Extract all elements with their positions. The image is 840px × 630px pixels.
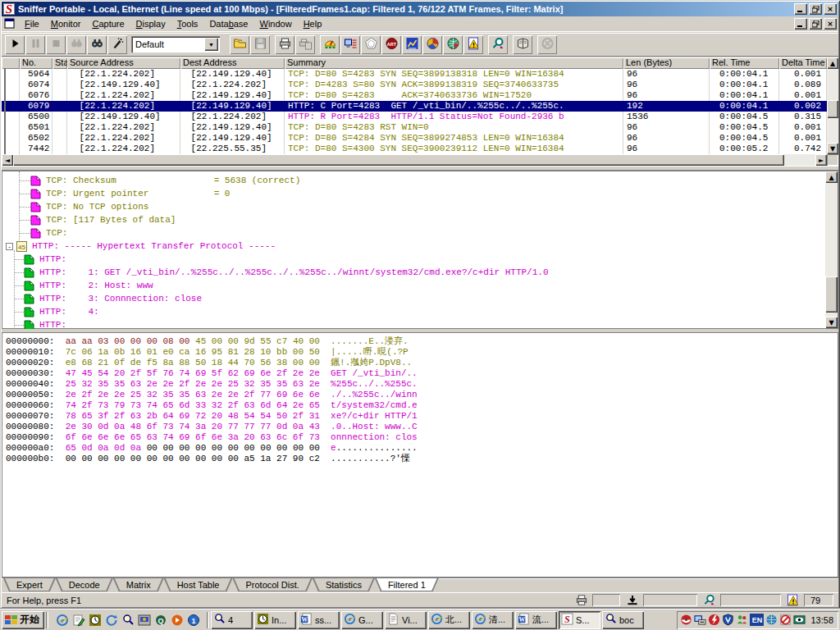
- child-window-icon[interactable]: [4, 18, 17, 30]
- column-header-no-[interactable]: No.: [20, 57, 52, 69]
- profile-select[interactable]: Default▼: [131, 36, 220, 52]
- row-select-cell[interactable]: [2, 133, 20, 144]
- packet-row[interactable]: 6500 [22.149.129.40] [22.1.224.202]HTTP:…: [2, 112, 827, 122]
- hex-row[interactable]: 00000000: aa aa 03 00 00 00 08 00 45 00 …: [6, 336, 838, 347]
- alarm-log-button[interactable]: [463, 35, 483, 54]
- decode-line[interactable]: HTTP: 4:: [2, 305, 823, 318]
- decode-line[interactable]: -45HTTP: ----- Hypertext Transfer Protoc…: [2, 240, 823, 253]
- task-button[interactable]: SS...: [559, 611, 600, 629]
- hex-row[interactable]: 000000b0: 00 00 00 00 00 00 00 00 00 00 …: [6, 454, 838, 464]
- row-checkbox[interactable]: [4, 80, 6, 90]
- ie-icon[interactable]: e: [55, 613, 69, 627]
- eye-icon[interactable]: [793, 614, 806, 626]
- people-icon[interactable]: [736, 614, 748, 626]
- row-checkbox[interactable]: [4, 90, 6, 101]
- scroll-right-icon[interactable]: ►: [815, 154, 827, 166]
- art-button[interactable]: ART: [381, 35, 401, 54]
- row-select-cell[interactable]: [2, 90, 20, 101]
- restore-button[interactable]: [809, 3, 822, 15]
- child-minimize-button[interactable]: [794, 18, 807, 30]
- row-select-cell[interactable]: [2, 101, 20, 112]
- globe-tray-icon[interactable]: [765, 614, 778, 626]
- packet-list-vscrollbar[interactable]: ▲ ▼: [827, 57, 838, 154]
- packet-row[interactable]: 7442 [22.1.224.202] [22.225.55.35]TCP: D…: [2, 144, 827, 154]
- tab-expert[interactable]: Expert: [3, 578, 56, 591]
- scroll-up-icon[interactable]: ▲: [827, 57, 838, 69]
- menu-database[interactable]: Database: [203, 17, 253, 30]
- decode-line[interactable]: TCP: No TCP options: [2, 200, 823, 213]
- task-button[interactable]: W流...: [515, 611, 557, 629]
- hex-row[interactable]: 000000a0: 65 0d 0a 0d 0a 00 00 00 00 00 …: [6, 443, 838, 454]
- row-checkbox[interactable]: [4, 122, 6, 133]
- tab-decode[interactable]: Decode: [56, 578, 113, 591]
- scroll-thumb[interactable]: [13, 154, 784, 166]
- decode-line[interactable]: HTTP:: [2, 253, 823, 266]
- collapse-icon[interactable]: -: [6, 243, 13, 250]
- menu-tools[interactable]: Tools: [171, 17, 204, 30]
- host-table-button[interactable]: [340, 35, 360, 54]
- decode-line[interactable]: TCP: [117 Bytes of data]: [2, 213, 823, 226]
- decode-vscrollbar[interactable]: ▲ ▼: [825, 171, 838, 328]
- row-select-cell[interactable]: [2, 80, 20, 90]
- refresh-icon[interactable]: [104, 613, 118, 627]
- scroll-thumb[interactable]: [827, 100, 838, 118]
- tab-filtered-1[interactable]: Filtered 1: [375, 578, 439, 591]
- decode-line[interactable]: HTTP: 3: Connnection: close: [2, 292, 823, 305]
- menu-window[interactable]: Window: [254, 17, 298, 30]
- tab-host-table[interactable]: Host Table: [164, 578, 233, 591]
- column-header-dest-address[interactable]: Dest Address: [180, 57, 285, 69]
- decode-line[interactable]: HTTP: 1: GET /_vti_bin/..%255c../..%255c…: [2, 266, 823, 279]
- packet-row[interactable]: 6076 [22.1.224.202] [22.149.129.40]TCP: …: [2, 90, 827, 101]
- packet-row[interactable]: 6074 [22.149.129.40] [22.1.224.202]TCP: …: [2, 80, 827, 90]
- scroll-up-icon[interactable]: ▲: [825, 171, 838, 183]
- player-icon[interactable]: [170, 613, 184, 627]
- packet-row[interactable]: 5964 [22.1.224.202] [22.149.129.40]TCP: …: [2, 69, 827, 80]
- tab-protocol-dist-[interactable]: Protocol Dist.: [232, 578, 312, 591]
- close-button[interactable]: ×: [824, 3, 837, 15]
- child-close-button[interactable]: ×: [824, 18, 837, 30]
- decode-line[interactable]: TCP:: [2, 226, 823, 240]
- minimize-button[interactable]: [794, 3, 807, 15]
- protocol-distribution-button[interactable]: [422, 35, 442, 54]
- hex-row[interactable]: 00000010: 7c 06 1a 0b 16 01 e0 ca 16 95 …: [6, 347, 838, 358]
- find-icon[interactable]: [121, 613, 135, 627]
- hex-row[interactable]: 00000060: 74 2f 73 79 73 74 65 6d 33 32 …: [6, 400, 838, 411]
- task-button[interactable]: eG...: [341, 611, 383, 629]
- coin1-icon[interactable]: 1: [186, 613, 200, 627]
- task-button[interactable]: Vi...: [385, 611, 427, 629]
- column-header-source-address[interactable]: Source Address: [67, 57, 180, 69]
- row-select-cell[interactable]: [2, 69, 20, 80]
- history-samples-button[interactable]: [402, 35, 422, 54]
- task-button[interactable]: In...: [254, 611, 296, 629]
- row-checkbox[interactable]: [4, 133, 6, 144]
- decode-line[interactable]: TCP: Checksum = 5638 (correct): [2, 174, 823, 187]
- capture-panel-button[interactable]: [488, 35, 508, 54]
- hex-row[interactable]: 00000020: e8 68 21 0f de f5 8a 88 50 18 …: [6, 358, 838, 368]
- hex-row[interactable]: 00000040: 25 32 35 35 63 2e 2e 2f 2e 2e …: [6, 379, 838, 390]
- task-button[interactable]: e北...: [428, 611, 470, 629]
- lightning-icon[interactable]: [708, 614, 720, 626]
- scroll-down-icon[interactable]: ▼: [827, 143, 838, 154]
- menu-display[interactable]: Display: [130, 17, 171, 30]
- column-header-sta[interactable]: Sta: [52, 57, 67, 69]
- scroll-down-icon[interactable]: ▼: [825, 317, 838, 328]
- clock-olive-icon[interactable]: [88, 613, 102, 627]
- media-icon[interactable]: [137, 613, 151, 627]
- tab-matrix[interactable]: Matrix: [113, 578, 164, 591]
- start-button[interactable]: 开始: [2, 611, 44, 629]
- row-checkbox[interactable]: [4, 101, 6, 112]
- row-checkbox[interactable]: [4, 144, 6, 154]
- shield-icon[interactable]: [722, 614, 734, 626]
- menu-help[interactable]: Help: [298, 17, 328, 30]
- packet-row[interactable]: 6501 [22.1.224.202] [22.149.129.40]TCP: …: [2, 122, 827, 133]
- find-next-frame-button[interactable]: [87, 35, 107, 54]
- hex-row[interactable]: 00000070: 78 65 3f 2f 63 2b 64 69 72 20 …: [6, 411, 838, 422]
- menu-file[interactable]: File: [19, 17, 45, 30]
- row-select-cell[interactable]: [2, 122, 20, 133]
- dashboard-button[interactable]: [320, 35, 340, 54]
- task-button[interactable]: e清...: [472, 611, 514, 629]
- open-file-button[interactable]: [230, 35, 249, 54]
- q-icon[interactable]: Q: [153, 613, 167, 627]
- network-icon[interactable]: [694, 614, 706, 626]
- hex-row[interactable]: 00000080: 2e 30 0d 0a 48 6f 73 74 3a 20 …: [6, 422, 838, 432]
